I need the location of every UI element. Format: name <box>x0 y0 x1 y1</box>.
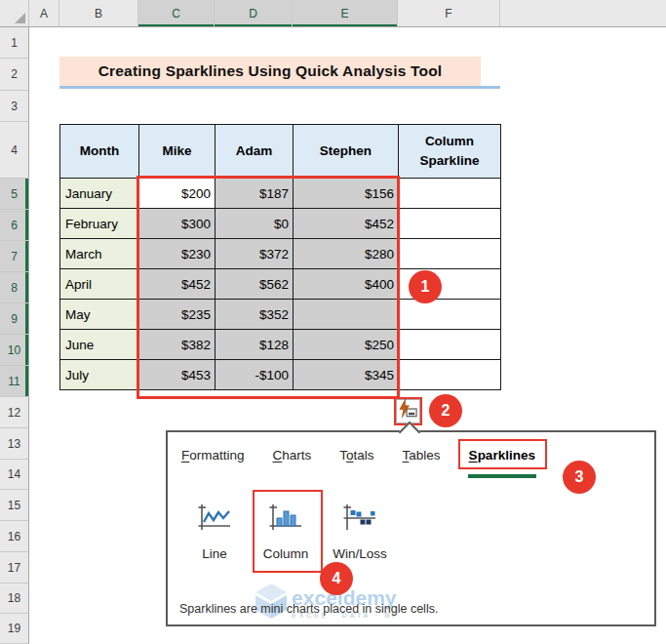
sparkline-option-label: Win/Loss <box>333 546 387 561</box>
data-table: MonthMikeAdamStephenColumn SparklineJanu… <box>59 124 501 390</box>
month-cell[interactable]: July <box>60 360 139 390</box>
value-cell[interactable]: $0 <box>215 209 294 239</box>
row-header-4[interactable]: 4 <box>0 122 29 179</box>
value-cell[interactable]: $280 <box>294 239 399 269</box>
row-header-16[interactable]: 16 <box>0 521 29 552</box>
column-header-D[interactable]: D <box>215 0 293 27</box>
sparkline-cell[interactable] <box>399 300 501 330</box>
step-3-badge: 3 <box>563 461 596 494</box>
table-header-adam: Adam <box>215 125 294 179</box>
value-cell[interactable]: $452 <box>294 209 399 239</box>
value-cell[interactable]: $562 <box>215 269 294 300</box>
table-header-stephen: Stephen <box>294 125 399 179</box>
value-cell[interactable]: $156 <box>294 179 399 209</box>
value-cell[interactable]: $452 <box>139 269 215 300</box>
title-underline <box>59 86 500 89</box>
row-header-18[interactable]: 18 <box>0 584 29 614</box>
row-header-1[interactable]: 1 <box>0 27 29 59</box>
value-cell[interactable]: $250 <box>294 330 399 360</box>
value-cell[interactable]: $300 <box>139 209 215 239</box>
sparkline-option-label: Line <box>202 546 227 561</box>
line-sparkline-icon <box>197 503 232 538</box>
value-cell[interactable]: $352 <box>215 300 294 330</box>
row-header-2[interactable]: 2 <box>0 59 29 91</box>
value-cell[interactable]: $187 <box>215 179 294 209</box>
row-header-12[interactable]: 12 <box>0 397 29 428</box>
tab-formatting[interactable]: Formatting <box>181 448 245 463</box>
sparkline-option-line[interactable]: Line <box>187 503 242 561</box>
sparklines-tab-annotation-box <box>458 439 547 469</box>
table-header-month: Month <box>60 125 139 179</box>
page-title: Creating Sparklines Using Quick Analysis… <box>59 57 481 86</box>
month-cell[interactable]: June <box>60 330 139 360</box>
popup-footer-text: Sparklines are mini charts placed in sin… <box>179 602 438 616</box>
table-row: March$230$372$280 <box>60 239 501 269</box>
table-row: July$453-$100$345 <box>60 360 501 390</box>
tab-totals[interactable]: Totals <box>339 448 373 463</box>
row-headers: 12345678910111213141516171819 <box>0 27 29 644</box>
column-header-C[interactable]: C <box>138 0 215 27</box>
month-cell[interactable]: March <box>60 239 139 269</box>
row-header-15[interactable]: 15 <box>0 490 29 521</box>
active-tab-underline <box>468 474 536 478</box>
quick-analysis-popup: FormattingChartsTotalsTablesSparklines L… <box>166 430 656 626</box>
value-cell[interactable]: $230 <box>139 239 215 269</box>
sparkline-cell[interactable] <box>399 239 501 269</box>
column-header-E[interactable]: E <box>293 0 398 27</box>
row-header-7[interactable]: 7 <box>0 241 29 272</box>
value-cell[interactable]: $400 <box>294 269 399 300</box>
quick-analysis-icon <box>398 399 418 423</box>
table-header-column-sparkline: Column Sparkline <box>399 125 501 179</box>
winloss-sparkline-icon <box>342 503 377 538</box>
table-row: January$200$187$156 <box>60 179 501 209</box>
column-header-F[interactable]: F <box>398 0 500 27</box>
row-header-3[interactable]: 3 <box>0 91 29 122</box>
sparkline-cell[interactable] <box>399 360 501 390</box>
row-header-9[interactable]: 9 <box>0 303 29 335</box>
tab-charts[interactable]: Charts <box>273 448 312 463</box>
excel-window: ABCDEF 12345678910111213141516171819 Cre… <box>0 0 666 644</box>
table-header-mike: Mike <box>139 125 215 179</box>
value-cell[interactable]: $382 <box>139 330 215 360</box>
row-header-6[interactable]: 6 <box>0 210 29 241</box>
column-headers: ABCDEF <box>0 0 666 27</box>
column-header-B[interactable]: B <box>59 0 138 27</box>
quick-analysis-tabs: FormattingChartsTotalsTablesSparklines <box>181 448 535 463</box>
column-header-filler <box>500 0 666 27</box>
value-cell[interactable]: $200 <box>139 179 215 209</box>
value-cell[interactable]: $128 <box>215 330 294 360</box>
row-header-5[interactable]: 5 <box>0 179 29 210</box>
table-row: May$235$352 <box>60 300 501 330</box>
row-header-13[interactable]: 13 <box>0 428 29 460</box>
table-row: February$300$0$452 <box>60 209 501 239</box>
month-cell[interactable]: January <box>60 179 139 209</box>
sparkline-cell[interactable] <box>399 330 501 360</box>
value-cell[interactable]: $453 <box>139 360 215 390</box>
row-header-14[interactable]: 14 <box>0 460 29 490</box>
month-cell[interactable]: May <box>60 300 139 330</box>
value-cell[interactable] <box>294 300 399 330</box>
column-header-A[interactable]: A <box>29 0 59 27</box>
table-row: June$382$128$250 <box>60 330 501 360</box>
tab-tables[interactable]: Tables <box>403 448 441 463</box>
row-header-19[interactable]: 19 <box>0 614 29 644</box>
step-2-badge: 2 <box>429 394 462 427</box>
value-cell[interactable]: $235 <box>139 300 215 330</box>
sparkline-options: LineColumnWin/Loss <box>168 503 654 600</box>
tab-sparklines[interactable]: Sparklines <box>469 448 535 463</box>
row-header-17[interactable]: 17 <box>0 552 29 584</box>
value-cell[interactable]: -$100 <box>215 360 294 390</box>
value-cell[interactable]: $372 <box>215 239 294 269</box>
value-cell[interactable]: $345 <box>294 360 399 390</box>
row-header-8[interactable]: 8 <box>0 272 29 303</box>
sparkline-cell[interactable] <box>399 179 501 209</box>
month-cell[interactable]: February <box>60 209 139 239</box>
sparkline-option-winloss[interactable]: Win/Loss <box>322 503 398 561</box>
month-cell[interactable]: April <box>60 269 139 300</box>
step-1-badge: 1 <box>409 270 442 303</box>
row-header-10[interactable]: 10 <box>0 335 29 366</box>
sparkline-cell[interactable] <box>399 209 501 239</box>
step-4-badge: 4 <box>320 562 353 595</box>
select-all-corner[interactable] <box>0 0 29 27</box>
row-header-11[interactable]: 11 <box>0 366 29 397</box>
